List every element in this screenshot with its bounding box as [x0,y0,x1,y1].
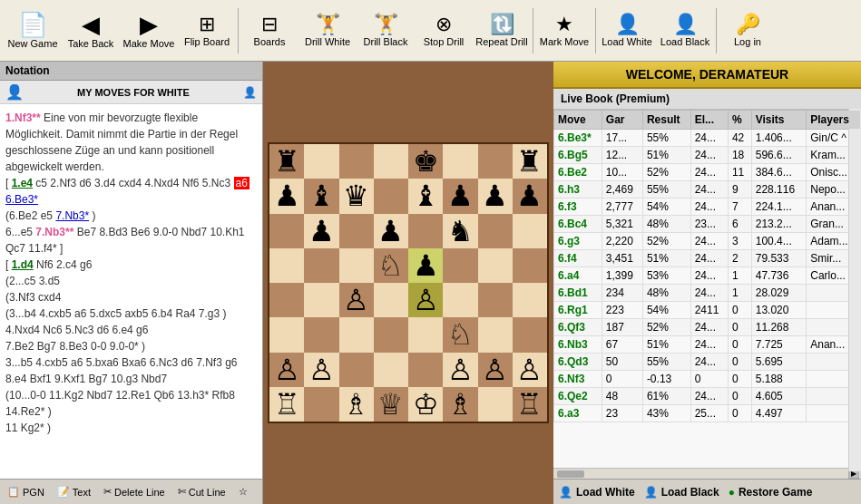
flip-board-button[interactable]: ⊞ Flip Board [178,3,236,59]
make-move-button[interactable]: ▶ Make Move [120,3,178,59]
square-a6[interactable] [269,214,304,248]
square-d3[interactable] [374,317,408,352]
move-cell[interactable]: 6.Qf3 [554,319,602,336]
table-row[interactable]: 6.Bd123448%24...128.029 [554,285,861,302]
square-h7[interactable]: ♟ [513,179,547,213]
table-row[interactable]: 6.Rg122354%2411013.020 [554,302,861,319]
square-d1[interactable]: ♕ [374,387,408,422]
piece-h8[interactable]: ♜ [516,147,543,176]
restore-game-button[interactable]: ● Restore Game [729,486,813,499]
square-g7[interactable]: ♟ [478,179,513,213]
square-c3[interactable] [339,317,374,352]
square-b4[interactable] [304,283,338,317]
move-cell[interactable]: 6.Be2 [554,164,602,181]
piece-b6[interactable]: ♟ [308,217,335,246]
square-b6[interactable]: ♟ [304,214,338,248]
table-row[interactable]: 6.Bg512...51%24...18596.6...Kram... [554,147,861,164]
piece-f1[interactable]: ♗ [447,390,474,419]
col-gar[interactable]: Gar [602,111,642,130]
square-b5[interactable] [304,248,338,283]
square-d5[interactable]: ♘ [374,248,408,283]
scrollbar-thumb[interactable] [557,470,584,478]
delete-line-button[interactable]: ✂ Delete Line [100,484,169,499]
square-e8[interactable]: ♚ [408,144,443,179]
table-row[interactable]: 6.Be3*17...55%24...421.406...Gin/C ^ [554,130,861,147]
square-h5[interactable] [513,248,547,283]
piece-e7[interactable]: ♝ [413,181,439,210]
square-d6[interactable]: ♟ [374,214,408,248]
square-g6[interactable] [478,214,513,248]
table-row[interactable]: 6.Qe24861%24...04.605 [554,388,861,405]
piece-a7[interactable]: ♟ [274,181,300,210]
square-a7[interactable]: ♟ [269,179,304,213]
move-cell[interactable]: 6.Bd1 [554,285,602,302]
square-h1[interactable]: ♖ [513,387,547,422]
take-back-button[interactable]: ◀ Take Back [62,3,120,59]
square-c2[interactable] [339,353,374,387]
piece-d5[interactable]: ♘ [377,251,404,280]
load-black-toolbar-button[interactable]: 👤 Load Black [656,3,714,59]
move-cell[interactable]: 6.Qe2 [554,388,602,405]
piece-b7[interactable]: ♝ [308,181,335,210]
square-b2[interactable]: ♙ [304,353,338,387]
piece-f7[interactable]: ♟ [447,181,474,210]
square-h3[interactable] [513,317,547,352]
square-f2[interactable]: ♙ [443,353,477,387]
livebook-table[interactable]: Move Gar Result El... % Visits Players 6… [553,110,861,468]
move-cell[interactable]: 6.Bg5 [554,147,602,164]
square-a3[interactable] [269,317,304,352]
load-white-toolbar-button[interactable]: 👤 Load White [598,3,656,59]
piece-h1[interactable]: ♖ [516,390,543,419]
repeat-drill-button[interactable]: 🔃 Repeat Drill [473,3,531,59]
piece-d6[interactable]: ♟ [377,217,404,246]
square-e5[interactable]: ♟ [408,248,443,283]
square-h8[interactable]: ♜ [513,144,547,179]
move-cell[interactable]: 6.a4 [554,267,602,285]
square-c7[interactable]: ♛ [339,179,374,213]
square-h2[interactable]: ♙ [513,353,547,387]
square-f6[interactable]: ♞ [443,214,477,248]
square-e2[interactable] [408,353,443,387]
square-g5[interactable] [478,248,513,283]
table-row[interactable]: 6.g32,22052%24...3100.4...Adam... [554,233,861,250]
square-c8[interactable] [339,144,374,179]
square-h4[interactable] [513,283,547,317]
piece-d1[interactable]: ♕ [377,390,404,419]
piece-c1[interactable]: ♗ [343,390,369,419]
col-el[interactable]: El... [690,111,728,130]
square-g1[interactable] [478,387,513,422]
table-row[interactable]: 6.f43,45151%24...279.533Smir... [554,250,861,267]
boards-button[interactable]: ⊟ Boards [240,3,298,59]
piece-e5[interactable]: ♟ [413,251,439,280]
table-row[interactable]: 6.a32343%25...04.497 [554,405,861,422]
star-button[interactable]: ☆ [235,484,251,499]
square-d8[interactable] [374,144,408,179]
piece-c4[interactable]: ♙ [343,286,369,315]
piece-e4[interactable]: ♙ [413,286,439,315]
notation-scrollbar[interactable] [848,109,861,471]
square-b8[interactable] [304,144,338,179]
col-pct[interactable]: % [728,111,751,130]
piece-g2[interactable]: ♙ [482,355,508,384]
col-players[interactable]: Players [807,111,861,130]
square-e6[interactable] [408,214,443,248]
table-row[interactable]: 6.Nf30-0.13005.188 [554,371,861,388]
load-black-bottom-button[interactable]: 👤 Load Black [644,486,719,499]
square-e3[interactable] [408,317,443,352]
square-e1[interactable]: ♔ [408,387,443,422]
square-f3[interactable]: ♘ [443,317,477,352]
move-cell[interactable]: 6.Qd3 [554,354,602,371]
square-f4[interactable] [443,283,477,317]
horizontal-scrollbar[interactable]: ▶ [553,468,861,479]
square-a1[interactable]: ♖ [269,387,304,422]
notation-content[interactable]: 1.Nf3** Eine von mir bevorzugte flexible… [0,104,262,479]
move-cell[interactable]: 6.a3 [554,405,602,422]
square-c1[interactable]: ♗ [339,387,374,422]
move-cell[interactable]: 6.Rg1 [554,302,602,319]
square-f8[interactable] [443,144,477,179]
square-f1[interactable]: ♗ [443,387,477,422]
new-game-button[interactable]: 📄 New Game [4,3,62,59]
piece-a8[interactable]: ♜ [274,147,300,176]
square-b1[interactable] [304,387,338,422]
piece-h2[interactable]: ♙ [516,355,543,384]
